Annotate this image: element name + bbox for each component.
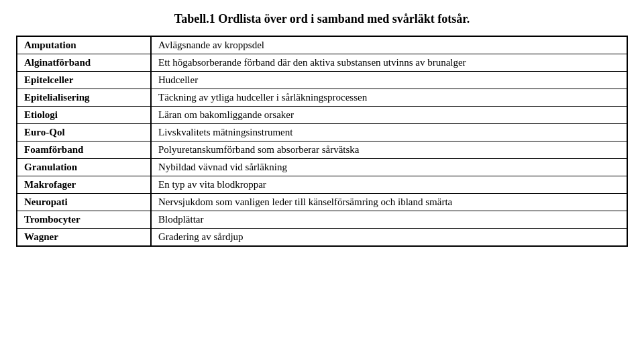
term-cell: Trombocyter [17,211,151,229]
term-cell: Makrofager [17,176,151,194]
definition-cell: Hudceller [151,72,627,89]
term-cell: Epitelceller [17,72,151,89]
table-row: AmputationAvlägsnande av kroppsdel [17,36,627,54]
definition-cell: En typ av vita blodkroppar [151,176,627,194]
term-cell: Amputation [17,36,151,54]
definition-cell: Blodplättar [151,211,627,229]
definition-cell: Läran om bakomliggande orsaker [151,107,627,124]
term-cell: Epitelialisering [17,89,151,107]
table-row: MakrofagerEn typ av vita blodkroppar [17,176,627,194]
term-cell: Etiologi [17,107,151,124]
definition-cell: Täckning av ytliga hudceller i sårläknin… [151,89,627,107]
table-row: EtiologiLäran om bakomliggande orsaker [17,107,627,124]
definition-cell: Ett högabsorberande förband där den akti… [151,54,627,72]
table-row: TrombocyterBlodplättar [17,211,627,229]
definition-cell: Gradering av sårdjup [151,229,627,247]
page-title: Tabell.1 Ordlista över ord i samband med… [16,12,628,26]
term-cell: Neuropati [17,194,151,211]
definition-cell: Avlägsnande av kroppsdel [151,36,627,54]
term-cell: Granulation [17,159,151,176]
definition-cell: Nervsjukdom som vanligen leder till käns… [151,194,627,211]
table-row: NeuropatiNervsjukdom som vanligen leder … [17,194,627,211]
table-row: FoamförbandPolyuretanskumförband som abs… [17,141,627,159]
table-row: WagnerGradering av sårdjup [17,229,627,247]
term-cell: Foamförband [17,141,151,159]
definition-cell: Nybildad vävnad vid sårläkning [151,159,627,176]
table-row: Euro-QolLivskvalitets mätningsinstrument [17,124,627,141]
table-row: EpitelcellerHudceller [17,72,627,89]
table-row: AlginatförbandEtt högabsorberande förban… [17,54,627,72]
table-row: GranulationNybildad vävnad vid sårläknin… [17,159,627,176]
term-cell: Euro-Qol [17,124,151,141]
glossary-table: AmputationAvlägsnande av kroppsdelAlgina… [16,36,628,247]
definition-cell: Livskvalitets mätningsinstrument [151,124,627,141]
term-cell: Alginatförband [17,54,151,72]
term-cell: Wagner [17,229,151,247]
definition-cell: Polyuretanskumförband som absorberar sår… [151,141,627,159]
table-row: EpitelialiseringTäckning av ytliga hudce… [17,89,627,107]
